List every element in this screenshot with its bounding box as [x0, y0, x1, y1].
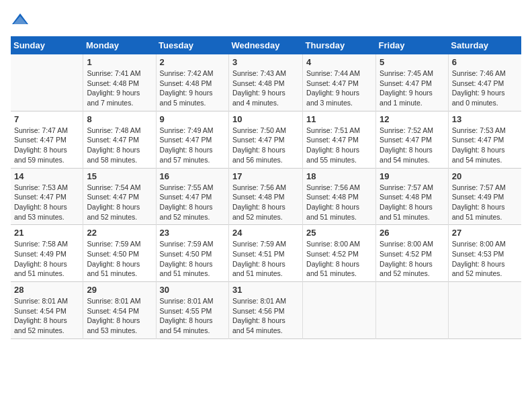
calendar-cell: 15Sunrise: 7:54 AM Sunset: 4:47 PM Dayli… — [83, 168, 156, 225]
calendar-cell — [448, 282, 521, 339]
calendar-cell: 11Sunrise: 7:51 AM Sunset: 4:47 PM Dayli… — [303, 111, 376, 168]
calendar-cell: 29Sunrise: 8:01 AM Sunset: 4:54 PM Dayli… — [83, 282, 156, 339]
calendar-cell: 12Sunrise: 7:52 AM Sunset: 4:47 PM Dayli… — [376, 111, 449, 168]
day-number: 11 — [306, 114, 372, 124]
day-info: Sunrise: 7:42 AM Sunset: 4:48 PM Dayligh… — [160, 68, 225, 108]
calendar-cell: 30Sunrise: 8:01 AM Sunset: 4:55 PM Dayli… — [156, 282, 228, 339]
day-info: Sunrise: 7:48 AM Sunset: 4:47 PM Dayligh… — [87, 126, 152, 165]
day-number: 12 — [380, 114, 445, 124]
day-info: Sunrise: 7:51 AM Sunset: 4:47 PM Dayligh… — [306, 126, 372, 165]
day-number: 30 — [160, 285, 225, 295]
week-row-1: 1Sunrise: 7:41 AM Sunset: 4:48 PM Daylig… — [11, 54, 521, 111]
day-info: Sunrise: 7:43 AM Sunset: 4:48 PM Dayligh… — [232, 68, 299, 108]
day-info: Sunrise: 8:01 AM Sunset: 4:54 PM Dayligh… — [14, 296, 79, 336]
day-info: Sunrise: 7:45 AM Sunset: 4:47 PM Dayligh… — [380, 68, 445, 108]
day-number: 2 — [160, 57, 225, 67]
day-number: 15 — [87, 171, 152, 181]
day-header-friday: Friday — [376, 36, 449, 54]
calendar-cell: 25Sunrise: 8:00 AM Sunset: 4:52 PM Dayli… — [303, 225, 376, 282]
calendar-cell: 3Sunrise: 7:43 AM Sunset: 4:48 PM Daylig… — [228, 54, 302, 111]
day-number: 18 — [306, 171, 372, 181]
week-row-4: 21Sunrise: 7:58 AM Sunset: 4:49 PM Dayli… — [11, 225, 521, 282]
day-header-tuesday: Tuesday — [156, 36, 228, 54]
calendar-table: SundayMondayTuesdayWednesdayThursdayFrid… — [11, 36, 521, 339]
day-number: 6 — [452, 57, 518, 67]
day-number: 7 — [14, 114, 79, 124]
calendar-cell: 18Sunrise: 7:56 AM Sunset: 4:48 PM Dayli… — [303, 168, 376, 225]
week-row-2: 7Sunrise: 7:47 AM Sunset: 4:47 PM Daylig… — [11, 111, 521, 168]
day-number: 22 — [87, 228, 152, 238]
calendar-cell: 26Sunrise: 8:00 AM Sunset: 4:52 PM Dayli… — [376, 225, 449, 282]
calendar-cell: 13Sunrise: 7:53 AM Sunset: 4:47 PM Dayli… — [448, 111, 521, 168]
calendar-cell: 9Sunrise: 7:49 AM Sunset: 4:47 PM Daylig… — [156, 111, 228, 168]
calendar-cell: 27Sunrise: 8:00 AM Sunset: 4:53 PM Dayli… — [448, 225, 521, 282]
day-info: Sunrise: 7:46 AM Sunset: 4:47 PM Dayligh… — [452, 68, 518, 108]
day-info: Sunrise: 8:00 AM Sunset: 4:53 PM Dayligh… — [452, 239, 518, 279]
day-number: 1 — [87, 57, 152, 67]
day-number: 29 — [87, 285, 152, 295]
logo — [11, 11, 32, 30]
calendar-cell: 22Sunrise: 7:59 AM Sunset: 4:50 PM Dayli… — [83, 225, 156, 282]
day-info: Sunrise: 7:53 AM Sunset: 4:47 PM Dayligh… — [452, 126, 518, 165]
day-info: Sunrise: 8:00 AM Sunset: 4:52 PM Dayligh… — [306, 239, 372, 279]
day-number: 5 — [380, 57, 445, 67]
day-info: Sunrise: 7:59 AM Sunset: 4:51 PM Dayligh… — [232, 239, 299, 279]
calendar-cell: 5Sunrise: 7:45 AM Sunset: 4:47 PM Daylig… — [376, 54, 449, 111]
day-number: 13 — [452, 114, 518, 124]
calendar-cell: 8Sunrise: 7:48 AM Sunset: 4:47 PM Daylig… — [83, 111, 156, 168]
day-number: 24 — [232, 228, 299, 238]
day-info: Sunrise: 7:44 AM Sunset: 4:47 PM Dayligh… — [306, 68, 372, 108]
day-info: Sunrise: 7:53 AM Sunset: 4:47 PM Dayligh… — [14, 183, 79, 222]
day-info: Sunrise: 7:56 AM Sunset: 4:48 PM Dayligh… — [306, 183, 372, 222]
calendar-cell: 31Sunrise: 8:01 AM Sunset: 4:56 PM Dayli… — [228, 282, 302, 339]
day-info: Sunrise: 8:01 AM Sunset: 4:56 PM Dayligh… — [232, 296, 299, 336]
calendar-cell: 19Sunrise: 7:57 AM Sunset: 4:48 PM Dayli… — [376, 168, 449, 225]
calendar-cell: 23Sunrise: 7:59 AM Sunset: 4:50 PM Dayli… — [156, 225, 228, 282]
day-info: Sunrise: 7:49 AM Sunset: 4:47 PM Dayligh… — [160, 126, 225, 165]
day-number: 17 — [232, 171, 299, 181]
day-header-monday: Monday — [83, 36, 156, 54]
day-info: Sunrise: 8:00 AM Sunset: 4:52 PM Dayligh… — [380, 239, 445, 279]
day-number: 4 — [306, 57, 372, 67]
day-number: 10 — [232, 114, 299, 124]
day-info: Sunrise: 7:57 AM Sunset: 4:49 PM Dayligh… — [452, 183, 518, 222]
day-header-saturday: Saturday — [448, 36, 521, 54]
day-number: 26 — [380, 228, 445, 238]
week-row-3: 14Sunrise: 7:53 AM Sunset: 4:47 PM Dayli… — [11, 168, 521, 225]
day-info: Sunrise: 7:59 AM Sunset: 4:50 PM Dayligh… — [160, 239, 225, 279]
page-header — [11, 11, 521, 30]
day-info: Sunrise: 8:01 AM Sunset: 4:55 PM Dayligh… — [160, 296, 225, 336]
day-number: 21 — [14, 228, 79, 238]
week-row-5: 28Sunrise: 8:01 AM Sunset: 4:54 PM Dayli… — [11, 282, 521, 339]
calendar-cell: 10Sunrise: 7:50 AM Sunset: 4:47 PM Dayli… — [228, 111, 302, 168]
calendar-cell — [303, 282, 376, 339]
day-number: 9 — [160, 114, 225, 124]
calendar-cell: 16Sunrise: 7:55 AM Sunset: 4:47 PM Dayli… — [156, 168, 228, 225]
day-number: 25 — [306, 228, 372, 238]
day-info: Sunrise: 7:50 AM Sunset: 4:47 PM Dayligh… — [232, 126, 299, 165]
day-number: 14 — [14, 171, 79, 181]
calendar-cell: 21Sunrise: 7:58 AM Sunset: 4:49 PM Dayli… — [11, 225, 83, 282]
day-header-sunday: Sunday — [11, 36, 83, 54]
day-number: 28 — [14, 285, 79, 295]
calendar-cell: 6Sunrise: 7:46 AM Sunset: 4:47 PM Daylig… — [448, 54, 521, 111]
calendar-cell: 24Sunrise: 7:59 AM Sunset: 4:51 PM Dayli… — [228, 225, 302, 282]
calendar-cell — [11, 54, 83, 111]
logo-icon — [11, 11, 30, 30]
day-header-wednesday: Wednesday — [228, 36, 302, 54]
day-info: Sunrise: 7:59 AM Sunset: 4:50 PM Dayligh… — [87, 239, 152, 279]
calendar-cell: 20Sunrise: 7:57 AM Sunset: 4:49 PM Dayli… — [448, 168, 521, 225]
day-info: Sunrise: 7:55 AM Sunset: 4:47 PM Dayligh… — [160, 183, 225, 222]
day-header-thursday: Thursday — [303, 36, 376, 54]
day-number: 27 — [452, 228, 518, 238]
calendar-cell: 4Sunrise: 7:44 AM Sunset: 4:47 PM Daylig… — [303, 54, 376, 111]
calendar-cell: 7Sunrise: 7:47 AM Sunset: 4:47 PM Daylig… — [11, 111, 83, 168]
day-info: Sunrise: 7:56 AM Sunset: 4:48 PM Dayligh… — [232, 183, 299, 222]
day-number: 19 — [380, 171, 445, 181]
day-info: Sunrise: 7:47 AM Sunset: 4:47 PM Dayligh… — [14, 126, 79, 165]
calendar-cell: 28Sunrise: 8:01 AM Sunset: 4:54 PM Dayli… — [11, 282, 83, 339]
day-info: Sunrise: 7:58 AM Sunset: 4:49 PM Dayligh… — [14, 239, 79, 279]
calendar-cell: 17Sunrise: 7:56 AM Sunset: 4:48 PM Dayli… — [228, 168, 302, 225]
day-info: Sunrise: 7:52 AM Sunset: 4:47 PM Dayligh… — [380, 126, 445, 165]
calendar-cell: 14Sunrise: 7:53 AM Sunset: 4:47 PM Dayli… — [11, 168, 83, 225]
